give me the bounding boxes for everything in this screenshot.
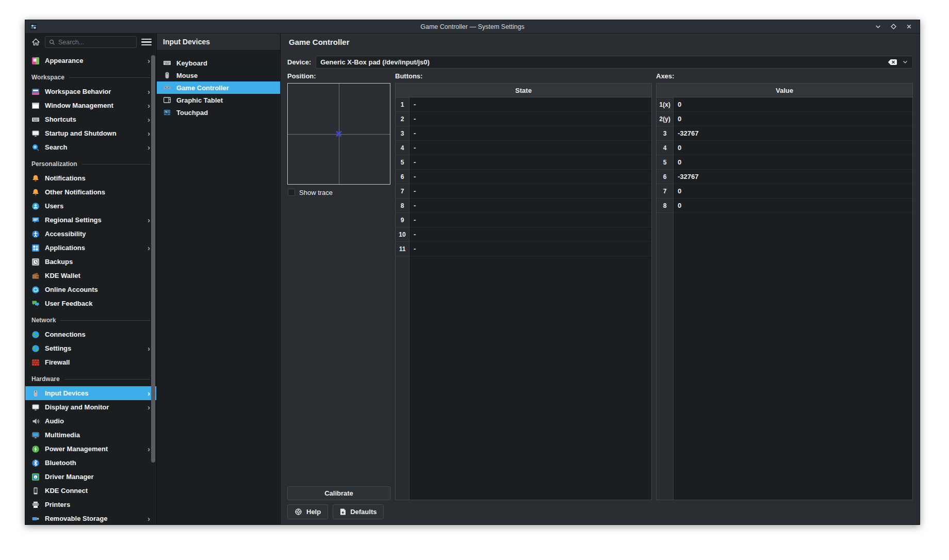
device-item-mouse[interactable]: Mouse [157, 69, 280, 81]
show-trace-checkbox[interactable] [288, 189, 295, 196]
sidebar-item-window-management[interactable]: Window Management› [25, 98, 156, 112]
sidebar-item-search[interactable]: Search› [25, 140, 156, 154]
sidebar-item-workspace-behavior[interactable]: Workspace Behavior› [25, 85, 156, 98]
monitor-icon [31, 129, 40, 138]
row-header: 1 [396, 97, 410, 112]
sidebar-item-connections[interactable]: Connections [25, 327, 156, 341]
chevron-right-icon: › [148, 57, 151, 64]
sidebar-item-notifications[interactable]: Notifications [25, 171, 156, 185]
sidebar-item-online-accounts[interactable]: Online Accounts [25, 283, 156, 297]
sidebar-item-applications[interactable]: Applications› [25, 241, 156, 255]
titlebar[interactable]: Game Controller — System Settings [25, 20, 920, 34]
table-row: 6-32767 [657, 170, 912, 184]
sidebar-item-display-and-monitor[interactable]: Display and Monitor› [25, 400, 156, 414]
device-item-graphic-tablet[interactable]: Graphic Tablet [157, 94, 280, 106]
help-icon [294, 508, 302, 516]
sidebar-item-firewall[interactable]: Firewall [25, 355, 156, 369]
defaults-button[interactable]: Defaults [333, 504, 384, 519]
sidebar-item-label: Removable Storage [45, 515, 107, 522]
sidebar-item-label: Backups [45, 258, 73, 266]
chevron-right-icon: › [148, 403, 151, 411]
row-header: 1(x) [657, 97, 674, 112]
row-header: 9 [396, 213, 410, 227]
minimize-icon[interactable] [874, 23, 881, 30]
search-icon [49, 39, 55, 45]
sidebar-section-header: Workspace [25, 70, 156, 85]
accessibility-icon [31, 230, 40, 238]
help-button[interactable]: Help [287, 504, 328, 519]
window-title: Game Controller — System Settings [25, 23, 920, 30]
close-icon[interactable] [905, 23, 912, 30]
sidebar-item-appearance[interactable]: Appearance› [25, 54, 156, 68]
sidebar-section-header: Hardware [25, 372, 156, 386]
table-row: 11- [396, 242, 651, 256]
sidebar-item-audio[interactable]: Audio [25, 414, 156, 428]
mouse-icon [31, 389, 40, 398]
sidebar-section-header: Personalization [25, 157, 156, 171]
user-circle-icon [31, 202, 40, 210]
sidebar-item-input-devices[interactable]: Input Devices› [25, 386, 156, 400]
sidebar-item-other-notifications[interactable]: Other Notifications [25, 185, 156, 199]
subcategory-title: Input Devices [157, 34, 280, 51]
search-placeholder: Search... [58, 39, 84, 46]
sidebar-item-label: Multimedia [45, 431, 80, 439]
table-row: 2- [396, 112, 651, 126]
table-row: 6- [396, 170, 651, 184]
table-row: 8- [396, 199, 651, 213]
chevron-right-icon: › [148, 129, 151, 137]
sidebar-item-label: Input Devices [45, 389, 89, 397]
table-row: 2(y)0 [657, 112, 912, 126]
row-value: - [410, 141, 651, 155]
system-settings-window: Game Controller — System Settings Search… [25, 20, 920, 525]
sidebar-item-removable-storage[interactable]: Removable Storage› [25, 512, 156, 524]
sidebar-item-printers[interactable]: Printers [25, 498, 156, 512]
device-label: Device: [287, 58, 311, 66]
driver-icon [31, 473, 40, 481]
sidebar-item-shortcuts[interactable]: Shortcuts› [25, 112, 156, 126]
printer-icon [31, 501, 40, 509]
sidebar-item-label: User Feedback [45, 300, 93, 307]
sidebar-item-user-feedback[interactable]: User Feedback [25, 297, 156, 310]
sidebar-item-bluetooth[interactable]: Bluetooth [25, 456, 156, 470]
sidebar-item-accessibility[interactable]: Accessibility [25, 227, 156, 241]
table-row: 7- [396, 184, 651, 199]
sidebar-item-multimedia[interactable]: Multimedia [25, 428, 156, 442]
speaker-icon [31, 417, 40, 425]
sidebar-item-label: Power Management [45, 445, 108, 453]
sidebar-item-regional-settings[interactable]: Regional Settings› [25, 213, 156, 227]
menu-icon[interactable] [141, 38, 152, 47]
device-item-keyboard[interactable]: Keyboard [157, 57, 280, 69]
sidebar-scrollbar[interactable] [151, 55, 155, 463]
sidebar-item-label: Online Accounts [45, 286, 98, 293]
clear-icon[interactable] [888, 59, 897, 65]
chevron-down-icon [902, 59, 908, 65]
device-item-game-controller[interactable]: Game Controller [157, 81, 280, 94]
workspace-behavior-icon [31, 88, 40, 96]
sidebar-item-label: Connections [45, 331, 86, 338]
row-header: 4 [657, 141, 674, 155]
chevron-right-icon: › [148, 344, 151, 352]
sidebar-item-startup-and-shutdown[interactable]: Startup and Shutdown› [25, 126, 156, 140]
sidebar-item-kde-connect[interactable]: KDE Connect [25, 484, 156, 498]
sidebar-item-users[interactable]: Users [25, 199, 156, 213]
sidebar-item-driver-manager[interactable]: Driver Manager [25, 470, 156, 484]
bluetooth-icon [31, 459, 40, 467]
sidebar-section-header-label: Network [31, 317, 56, 324]
home-button[interactable] [30, 37, 41, 48]
table-row: 1- [396, 97, 651, 112]
device-item-label: Mouse [176, 72, 198, 79]
sidebar-item-kde-wallet[interactable]: KDE Wallet [25, 269, 156, 283]
row-value: 0 [674, 141, 912, 155]
sidebar-item-power-management[interactable]: Power Management› [25, 442, 156, 456]
row-value: 0 [674, 112, 912, 126]
sidebar-item-label: Workspace Behavior [45, 88, 111, 95]
sidebar-item-settings[interactable]: Settings› [25, 341, 156, 355]
device-combobox[interactable]: Generic X-Box pad (/dev/input/js0) [316, 56, 913, 69]
calibrate-button[interactable]: Calibrate [287, 486, 390, 500]
row-value: - [410, 227, 651, 242]
maximize-icon[interactable] [890, 23, 897, 30]
device-item-touchpad[interactable]: Touchpad [157, 106, 280, 119]
search-input[interactable]: Search... [45, 36, 137, 48]
sidebar-item-backups[interactable]: Backups [25, 255, 156, 269]
row-value: -32767 [674, 126, 912, 141]
